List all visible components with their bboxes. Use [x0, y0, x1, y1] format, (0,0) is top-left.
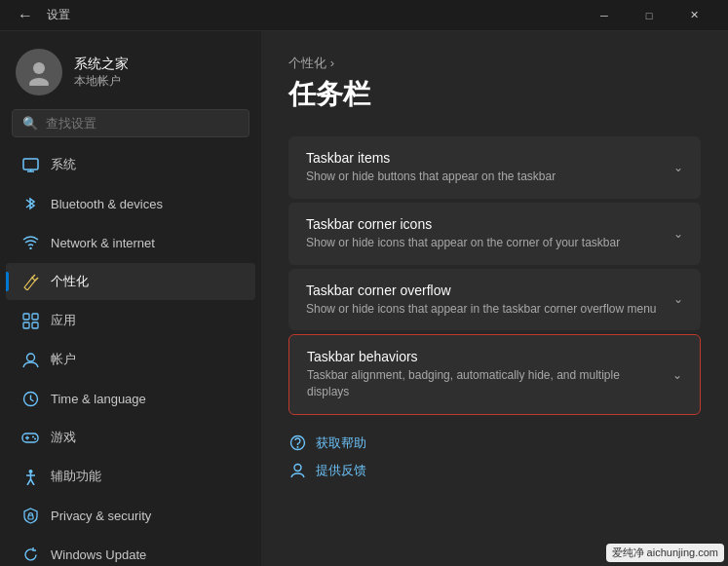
- svg-point-12: [26, 354, 34, 361]
- bluetooth-icon: [21, 195, 39, 212]
- sidebar-item-system[interactable]: 系统: [6, 146, 255, 183]
- user-info: 系统之家 本地帐户: [74, 56, 129, 90]
- close-button[interactable]: ✕: [671, 0, 716, 31]
- search-box[interactable]: 🔍: [12, 109, 249, 137]
- username: 系统之家: [74, 56, 129, 73]
- back-button[interactable]: ←: [12, 5, 39, 26]
- card-text-taskbar-items: Taskbar items Show or hide buttons that …: [306, 150, 556, 185]
- svg-rect-11: [32, 322, 38, 328]
- sidebar-item-network-label: Network & internet: [51, 236, 155, 250]
- footer-links: 获取帮助 提供反馈: [288, 434, 701, 479]
- sidebar-item-accounts[interactable]: 帐户: [6, 341, 255, 378]
- network-icon: [21, 234, 39, 251]
- chevron-icon-corner-icons: ⌄: [673, 227, 683, 241]
- titlebar-title: 设置: [47, 7, 70, 23]
- svg-rect-9: [32, 314, 38, 320]
- svg-rect-2: [23, 159, 38, 170]
- sidebar-item-bluetooth[interactable]: Bluetooth & devices: [6, 185, 255, 222]
- watermark: 爱纯净 aichunjing.com: [606, 544, 724, 562]
- card-desc-taskbar-items: Show or hide buttons that appear on the …: [306, 169, 556, 185]
- apps-icon: [21, 312, 39, 329]
- privacy-icon: [21, 507, 39, 524]
- sidebar-item-apps-label: 应用: [51, 312, 76, 329]
- search-icon: 🔍: [22, 116, 38, 131]
- get-help-icon: [288, 434, 306, 452]
- feedback-icon: [288, 462, 306, 479]
- titlebar-left: ← 设置: [12, 5, 70, 26]
- card-title-corner-overflow: Taskbar corner overflow: [306, 283, 657, 298]
- page-header: 个性化 › 任务栏: [288, 55, 701, 113]
- sidebar-item-time[interactable]: Time & language: [6, 380, 255, 417]
- sidebar-item-privacy-label: Privacy & security: [51, 509, 151, 523]
- time-icon: [21, 390, 39, 407]
- taskbar-corner-overflow-card[interactable]: Taskbar corner overflow Show or hide ico…: [288, 269, 701, 331]
- gaming-icon: [21, 429, 39, 446]
- sidebar-item-bluetooth-label: Bluetooth & devices: [51, 197, 163, 211]
- svg-line-7: [35, 278, 38, 281]
- app-container: 系统之家 本地帐户 🔍 系统: [0, 31, 728, 566]
- personalization-icon: [21, 273, 39, 290]
- sidebar-item-system-label: 系统: [51, 156, 76, 173]
- card-desc-behaviors: Taskbar alignment, badging, automaticall…: [307, 367, 661, 400]
- sidebar-item-accounts-label: 帐户: [51, 351, 76, 368]
- card-desc-corner-icons: Show or hide icons that appear on the co…: [306, 235, 620, 251]
- taskbar-corner-icons-card[interactable]: Taskbar corner icons Show or hide icons …: [288, 203, 701, 265]
- sidebar-item-accessibility[interactable]: 辅助功能: [6, 458, 255, 495]
- titlebar-controls: ─ □ ✕: [582, 0, 716, 31]
- sidebar-item-update[interactable]: Windows Update: [6, 536, 255, 566]
- minimize-button[interactable]: ─: [582, 0, 627, 31]
- sidebar-item-apps[interactable]: 应用: [6, 302, 255, 339]
- avatar: [16, 49, 62, 95]
- sidebar: 系统之家 本地帐户 🔍 系统: [0, 31, 261, 566]
- taskbar-behaviors-card[interactable]: Taskbar behaviors Taskbar alignment, bad…: [288, 334, 701, 415]
- card-text-corner-overflow: Taskbar corner overflow Show or hide ico…: [306, 283, 657, 318]
- svg-point-27: [294, 465, 301, 472]
- breadcrumb: 个性化 ›: [288, 55, 701, 72]
- svg-point-5: [29, 247, 31, 249]
- sidebar-item-gaming-label: 游戏: [51, 429, 76, 446]
- system-icon: [21, 156, 39, 173]
- card-title-taskbar-items: Taskbar items: [306, 150, 556, 166]
- card-desc-corner-overflow: Show or hide icons that appear in the ta…: [306, 301, 657, 318]
- svg-point-26: [296, 446, 298, 448]
- chevron-icon-corner-overflow: ⌄: [673, 292, 683, 306]
- chevron-icon-behaviors: ⌄: [672, 368, 682, 382]
- taskbar-items-card[interactable]: Taskbar items Show or hide buttons that …: [288, 136, 701, 199]
- sidebar-item-gaming[interactable]: 游戏: [6, 419, 255, 456]
- svg-rect-14: [22, 434, 38, 442]
- card-title-behaviors: Taskbar behaviors: [307, 349, 661, 364]
- svg-line-6: [32, 275, 35, 278]
- sidebar-item-privacy[interactable]: Privacy & security: [6, 497, 255, 534]
- svg-point-17: [32, 435, 34, 437]
- card-text-corner-icons: Taskbar corner icons Show or hide icons …: [306, 216, 620, 251]
- svg-point-0: [33, 62, 45, 74]
- content-area: 个性化 › 任务栏 Taskbar items Show or hide but…: [261, 31, 728, 566]
- titlebar: ← 设置 ─ □ ✕: [0, 0, 728, 31]
- card-text-behaviors: Taskbar behaviors Taskbar alignment, bad…: [307, 349, 661, 400]
- accessibility-icon: [21, 468, 39, 485]
- svg-rect-8: [23, 314, 29, 320]
- sidebar-item-personalization[interactable]: 个性化: [6, 263, 255, 300]
- update-icon: [21, 546, 39, 563]
- maximize-button[interactable]: □: [627, 0, 671, 31]
- sidebar-item-time-label: Time & language: [51, 392, 146, 406]
- account-type: 本地帐户: [74, 73, 129, 90]
- svg-line-22: [27, 479, 31, 485]
- feedback-link[interactable]: 提供反馈: [288, 462, 701, 479]
- get-help-link[interactable]: 获取帮助: [288, 434, 701, 452]
- accounts-icon: [21, 351, 39, 368]
- user-profile[interactable]: 系统之家 本地帐户: [0, 31, 261, 109]
- card-title-corner-icons: Taskbar corner icons: [306, 216, 620, 232]
- svg-rect-24: [28, 515, 33, 519]
- sidebar-item-update-label: Windows Update: [51, 547, 146, 562]
- sidebar-item-network[interactable]: Network & internet: [6, 224, 255, 261]
- sidebar-item-personalization-label: 个性化: [51, 273, 89, 290]
- svg-point-18: [34, 437, 36, 439]
- sidebar-item-accessibility-label: 辅助功能: [51, 468, 101, 485]
- svg-rect-10: [23, 322, 29, 328]
- chevron-icon-taskbar-items: ⌄: [673, 161, 683, 174]
- search-input[interactable]: [46, 116, 239, 131]
- page-title: 任务栏: [288, 76, 701, 113]
- svg-line-23: [30, 479, 34, 485]
- svg-point-19: [28, 470, 32, 473]
